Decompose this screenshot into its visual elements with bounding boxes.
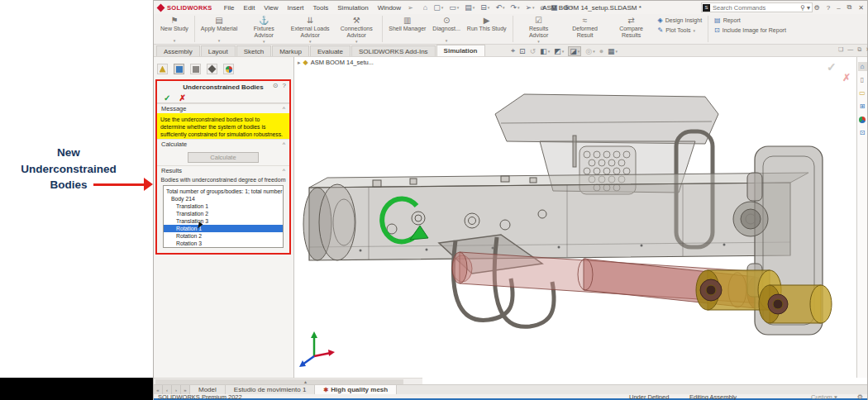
new-document-icon[interactable]: ▢▾ (433, 3, 443, 12)
horizontal-scrollbar[interactable]: ▴ (154, 378, 422, 384)
list-item[interactable]: Body 214 (164, 195, 283, 202)
diagnostics-button[interactable]: ⊙Diagnost...▾ (429, 14, 463, 44)
plot-tools-button[interactable]: ✎Plot Tools▾ (658, 26, 703, 34)
doc-restore-icon[interactable]: ❏ (838, 46, 843, 53)
design-insight-button[interactable]: ◈Design Insight (658, 17, 703, 24)
home-icon[interactable]: ⌂ (858, 62, 867, 71)
menu-tools[interactable]: Tools (313, 4, 329, 12)
include-image-for-report-button[interactable]: ⊡Include Image for Report (714, 26, 786, 34)
open-icon[interactable]: ▭▾ (449, 3, 459, 12)
view-settings-icon[interactable]: ▦▾ (608, 47, 618, 55)
list-item[interactable]: Total number of groups/bodies: 1; total … (164, 188, 283, 195)
connections-advisor-button[interactable]: ⚒Connections Advisor▾ (333, 14, 379, 44)
configurationmanager-icon (193, 66, 199, 73)
view-orientation-icon[interactable]: ◩▾ (554, 47, 564, 55)
cancel-x-icon[interactable]: ✗ (179, 93, 185, 102)
compare-results-button[interactable]: ⇄Compare Results (608, 14, 655, 44)
graphics-viewport[interactable]: ▸ ◆ ASM BOOM 14_setu... ✓ ✗ (294, 57, 856, 384)
menu-simulation[interactable]: Simulation (337, 4, 368, 12)
pin-icon[interactable]: ⊙ (273, 82, 279, 89)
calculate-button[interactable]: Calculate (188, 152, 259, 163)
close-button[interactable]: ✕ (858, 4, 864, 12)
dropdown-arrow-icon: ▾ (562, 49, 565, 54)
menu-view[interactable]: View (264, 4, 278, 12)
menu-file[interactable]: File (224, 4, 235, 12)
menu-window[interactable]: Window (378, 4, 401, 12)
edit-appearance-icon[interactable]: ● (599, 47, 603, 55)
list-item[interactable]: Translation 2 (164, 210, 283, 217)
design-library-icon[interactable]: ▯ (858, 75, 867, 84)
apply-material-button[interactable]: ▤Apply Material▾ (198, 14, 241, 44)
section-view-icon[interactable]: ◧▾ (540, 47, 550, 55)
custom-properties-icon[interactable]: ⊡ (858, 128, 867, 137)
help-icon[interactable]: ? (283, 82, 286, 89)
panel-title-icons: ⊙ ? (273, 82, 286, 89)
search-input[interactable] (713, 4, 783, 12)
custom-dropdown[interactable]: Custom ▾ (811, 394, 837, 400)
run-this-study-button[interactable]: ▶Run This Study (464, 14, 510, 44)
list-item[interactable]: Translation 1 (164, 202, 283, 210)
tab-simulation-study[interactable]: ✱High quality mesh (315, 385, 397, 394)
home-icon[interactable]: ⌂ (423, 3, 427, 12)
new-study-button[interactable]: ⚑New Study▾ (157, 14, 192, 44)
ok-check-icon[interactable]: ✓ (164, 93, 170, 102)
configurationmanager-tab[interactable] (190, 64, 201, 74)
tab-evaluate[interactable]: Evaluate (310, 45, 351, 56)
solidworks-logo-text: SOLIDWORKS (167, 4, 212, 12)
fixtures-advisor-button[interactable]: ⚓Fixtures Advisor▾ (241, 14, 287, 44)
pin-menu-icon[interactable]: ➢ (408, 4, 413, 12)
restore-button[interactable]: ⧉ (847, 3, 852, 12)
hide-show-items-icon[interactable]: ◎▾ (585, 47, 594, 55)
tab-markup[interactable]: Markup (272, 45, 309, 56)
shell-manager-icon: ▥ (403, 16, 411, 25)
shell-manager-button[interactable]: ▥Shell Manager (385, 14, 429, 44)
deformed-result-button[interactable]: ≈Deformed Result (562, 14, 608, 44)
tab-sketch[interactable]: Sketch (236, 45, 271, 56)
save-icon[interactable]: ▤▾ (465, 3, 475, 12)
solidworks-logo: SOLIDWORKS (158, 4, 212, 12)
results-advisor-button[interactable]: ☑Results Advisor▾ (516, 14, 562, 44)
list-item[interactable]: Rotation 3 (164, 240, 283, 247)
results-listbox[interactable]: Total number of groups/bodies: 1; total … (163, 185, 284, 248)
search-commands-box[interactable]: S ⚲ ▾ (701, 2, 813, 12)
displaymanager-tab[interactable] (223, 64, 234, 74)
results-section-header[interactable]: Results^ (157, 165, 289, 175)
editing-assembly-status: Editing Assembly (689, 394, 737, 400)
minimize-button[interactable]: – (837, 4, 840, 12)
undo-icon[interactable]: ↶▾ (495, 3, 504, 12)
status-gear-icon[interactable]: ⚙ (857, 393, 863, 400)
print-icon[interactable]: ⊟▾ (480, 3, 489, 12)
list-item[interactable]: Rotation 2 (164, 232, 283, 240)
view-palette-icon[interactable]: ⊞ (858, 102, 867, 111)
splitter-arrow-icon[interactable]: ▴ (304, 379, 307, 384)
cad-model[interactable] (294, 57, 856, 384)
menu-insert[interactable]: Insert (288, 4, 304, 12)
display-style-icon[interactable]: ◪▾ (568, 46, 581, 56)
external-loads-advisor-button[interactable]: ⇊External Loads Advisor▾ (287, 14, 333, 44)
doc-cascade-icon[interactable]: ⧉ (857, 46, 861, 53)
file-explorer-icon[interactable]: ▭ (858, 88, 867, 98)
tab-assembly[interactable]: Assembly (156, 45, 200, 56)
message-section-header[interactable]: Message^ (157, 103, 289, 113)
doc-minimize-icon[interactable]: — (847, 46, 853, 53)
menu-edit[interactable]: Edit (244, 4, 255, 12)
tab-simulation[interactable]: Simulation (436, 45, 485, 56)
solidworks-logo-icon (157, 3, 165, 12)
list-item[interactable]: Translation 3 (164, 217, 283, 225)
report-button[interactable]: ▤Report (714, 17, 786, 24)
help-icon[interactable]: ? (827, 4, 830, 12)
appearances-icon[interactable] (858, 115, 867, 124)
tab-solidworks-add-ins[interactable]: SOLIDWORKS Add-Ins (351, 45, 436, 56)
propertymanager-tab[interactable] (174, 64, 184, 74)
settings-gear-icon[interactable]: ⚙ (814, 4, 820, 12)
zoom-to-area-icon[interactable]: ⊡ (519, 47, 526, 55)
featuremanager-tree-tab[interactable] (157, 64, 168, 74)
run-study-icon: ▶ (484, 16, 490, 25)
calculate-section-header[interactable]: Calculate^ (157, 139, 289, 149)
search-icon[interactable]: ⚲ ▾ (800, 4, 810, 12)
previous-view-icon[interactable]: ↺ (530, 47, 537, 55)
dimxpertmanager-tab[interactable] (207, 64, 217, 74)
list-item-selected[interactable]: Rotation 1 (164, 225, 283, 232)
tab-layout[interactable]: Layout (201, 45, 236, 56)
zoom-to-fit-icon[interactable]: ⌖ (511, 46, 515, 55)
